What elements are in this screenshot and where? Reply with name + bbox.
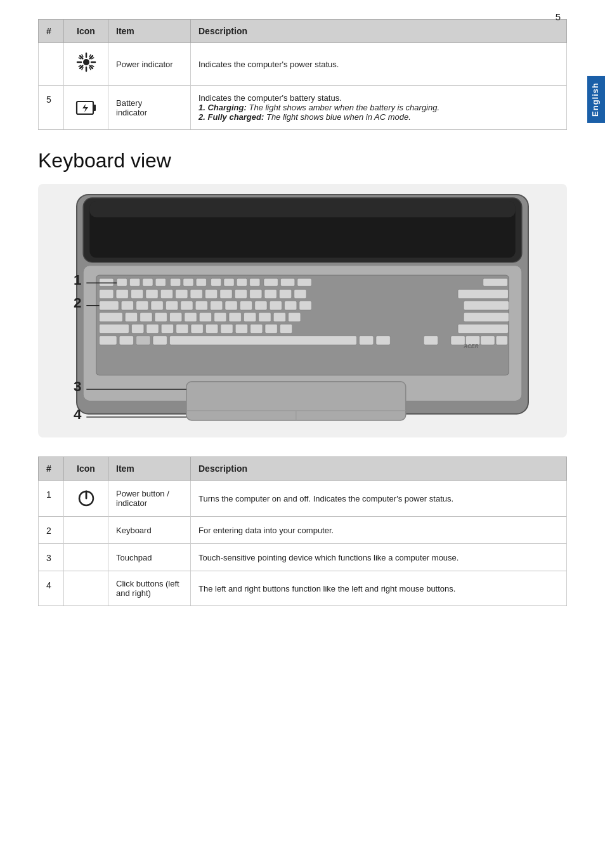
svg-line-15: [82, 67, 83, 69]
kb-label-3: 3: [74, 379, 81, 394]
svg-rect-36: [250, 278, 260, 286]
svg-line-13: [91, 58, 93, 59]
top-table-header-desc: Description: [191, 20, 567, 43]
svg-rect-108: [481, 336, 495, 345]
desc-fullycharged-label: 2. Fully charged:: [198, 112, 264, 122]
svg-rect-88: [161, 324, 173, 333]
svg-rect-63: [211, 301, 223, 310]
svg-rect-39: [297, 278, 311, 286]
icon-cell-keyboard: [64, 517, 108, 544]
icon-cell-power-indicator: [64, 43, 108, 86]
svg-rect-86: [131, 324, 143, 333]
svg-rect-41: [100, 289, 114, 298]
bottom-table-header-item: Item: [108, 457, 191, 481]
svg-rect-77: [199, 313, 211, 321]
svg-rect-31: [183, 278, 193, 286]
keyboard-svg: 1 2 3 4 ACER: [38, 184, 567, 437]
svg-rect-84: [464, 313, 509, 321]
page-number: 5: [556, 11, 561, 22]
top-table-header-icon: Icon: [64, 20, 108, 43]
svg-rect-51: [250, 289, 262, 298]
svg-rect-53: [279, 289, 291, 298]
svg-rect-71: [100, 313, 123, 321]
item-touchpad: Touchpad: [108, 544, 191, 571]
table-row: 2 Keyboard For entering data into your c…: [39, 517, 567, 544]
keyboard-diagram: 1 2 3 4 ACER: [38, 184, 567, 437]
svg-rect-58: [136, 301, 148, 310]
table-row: 5 Batteryindicator Indicates the compute…: [39, 86, 567, 130]
svg-rect-61: [181, 301, 193, 310]
desc-power-button: Turns the computer on and off. Indicates…: [191, 481, 567, 517]
svg-rect-52: [264, 289, 276, 298]
row-number-4: 4: [39, 571, 64, 606]
svg-rect-50: [235, 289, 247, 298]
item-battery: Batteryindicator: [108, 86, 191, 130]
table-row: 4 Click buttons (leftand right) The left…: [39, 571, 567, 606]
svg-rect-26: [117, 278, 127, 286]
svg-rect-70: [464, 301, 509, 310]
svg-rect-48: [205, 289, 217, 298]
svg-rect-76: [185, 313, 197, 321]
item-power-indicator: Power indicator: [108, 43, 191, 86]
svg-rect-62: [195, 301, 207, 310]
table-row: Power indicator Indicates the computer's…: [39, 43, 567, 86]
svg-rect-56: [100, 301, 119, 310]
svg-rect-40: [483, 278, 508, 286]
battery-indicator-icon: [72, 96, 100, 119]
svg-rect-104: [376, 336, 390, 345]
svg-rect-60: [166, 301, 178, 310]
svg-rect-29: [155, 278, 166, 286]
svg-rect-85: [100, 324, 129, 333]
svg-rect-25: [100, 278, 114, 286]
svg-rect-102: [169, 336, 356, 345]
svg-rect-89: [176, 324, 188, 333]
svg-rect-55: [458, 289, 508, 298]
row-number-1: 1: [39, 481, 64, 517]
svg-line-16: [89, 67, 91, 69]
svg-rect-65: [240, 301, 252, 310]
svg-rect-33: [211, 278, 221, 286]
svg-rect-68: [285, 301, 297, 310]
svg-rect-22: [89, 201, 515, 217]
svg-rect-74: [155, 313, 167, 321]
svg-point-0: [83, 59, 89, 65]
svg-rect-109: [496, 336, 507, 345]
keyboard-view-heading: Keyboard view: [38, 149, 567, 172]
row-number-2: 2: [39, 517, 64, 544]
bottom-table-header-desc: Description: [191, 457, 567, 481]
svg-rect-81: [259, 313, 271, 321]
item-power-button: Power button /indicator: [108, 481, 191, 517]
svg-rect-59: [151, 301, 163, 310]
svg-rect-42: [116, 289, 128, 298]
desc-click-buttons: The left and right buttons function like…: [191, 571, 567, 606]
svg-rect-49: [220, 289, 232, 298]
svg-rect-78: [214, 313, 226, 321]
svg-rect-92: [221, 324, 233, 333]
table-row: 3 Touchpad Touch-sensitive pointing devi…: [39, 544, 567, 571]
icon-cell-power-button: [64, 481, 108, 517]
svg-rect-44: [146, 289, 158, 298]
desc-battery: Indicates the computer's battery status.…: [191, 86, 567, 130]
svg-line-12: [79, 65, 81, 67]
item-keyboard: Keyboard: [108, 517, 191, 544]
svg-rect-37: [264, 278, 278, 286]
svg-rect-72: [125, 313, 137, 321]
power-indicator-icon: [75, 51, 98, 77]
svg-rect-73: [140, 313, 152, 321]
table-row: 1 Power button /indicator Turns the comp…: [39, 481, 567, 517]
svg-rect-18: [93, 105, 96, 111]
svg-rect-27: [129, 278, 140, 286]
svg-rect-32: [196, 278, 206, 286]
svg-rect-75: [169, 313, 181, 321]
kb-label-4: 4: [74, 406, 82, 422]
kb-label-2: 2: [74, 295, 81, 311]
row-number: [39, 43, 64, 86]
svg-rect-57: [121, 301, 133, 310]
svg-line-14: [91, 65, 93, 67]
item-click-buttons: Click buttons (leftand right): [108, 571, 191, 606]
svg-rect-101: [153, 336, 167, 345]
power-button-icon: [72, 488, 100, 508]
svg-rect-30: [171, 278, 181, 286]
svg-rect-93: [235, 324, 247, 333]
svg-rect-90: [191, 324, 203, 333]
